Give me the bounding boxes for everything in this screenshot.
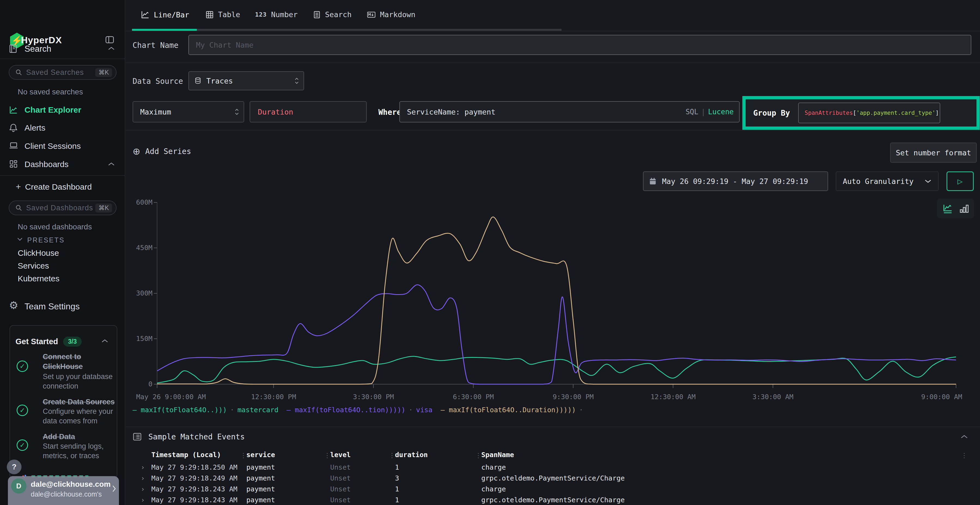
expand-chevron-icon[interactable]: ›	[141, 473, 145, 484]
tabs-underline-track	[132, 29, 562, 31]
data-source-select[interactable]: Traces	[188, 71, 304, 91]
tab-search[interactable]: Search	[313, 10, 352, 19]
table-menu-icon[interactable]: ⋮	[961, 452, 967, 459]
aggregation-value: Maximum	[140, 108, 171, 116]
tab-number[interactable]: 123 Number	[255, 10, 298, 19]
no-saved-searches-text: No saved searches	[18, 87, 83, 96]
get-started-item-title[interactable]: Add Data	[43, 432, 117, 441]
table-row[interactable]: › May 27 9:29:18.249 AM payment Unset 3 …	[126, 473, 980, 484]
tab-line-bar[interactable]: Line/Bar	[141, 10, 189, 19]
divider	[126, 130, 980, 130]
chevron-up-icon[interactable]	[108, 46, 115, 51]
database-icon	[194, 77, 202, 85]
no-saved-dashboards-text: No saved dashboards	[18, 222, 92, 231]
sidebar-item-alerts[interactable]: Alerts	[24, 123, 45, 132]
chart-name-input[interactable]: My Chart Name	[188, 35, 971, 55]
y-tick-label: 450M	[129, 243, 153, 252]
chevron-up-icon[interactable]	[960, 434, 968, 439]
plus-circle-icon: ⊕	[132, 146, 140, 157]
add-series-label: Add Series	[145, 147, 191, 156]
group-by-highlight: Group By SpanAttributes['app.payment.car…	[742, 96, 980, 130]
column-handle-icon[interactable]: ⋮	[240, 452, 247, 459]
sidebar-item-preset-kubernetes[interactable]: Kubernetes	[18, 274, 59, 283]
where-input[interactable]: ServiceName: payment SQL|Lucene	[399, 101, 740, 122]
help-button[interactable]: ?	[7, 460, 22, 474]
query-language-switch[interactable]: SQL|Lucene	[686, 108, 733, 116]
get-started-item-title[interactable]: Create Data Sources	[43, 397, 117, 407]
sidebar-item-chart-explorer[interactable]: Chart Explorer	[24, 105, 81, 114]
sidebar-collapse-icon[interactable]	[105, 36, 115, 44]
set-number-format-label: Set number format	[896, 149, 971, 157]
sidebar-item-team-settings[interactable]: Team Settings	[24, 302, 80, 311]
set-number-format-button[interactable]: Set number format	[890, 143, 977, 163]
expand-chevron-icon[interactable]: ›	[141, 495, 145, 505]
expand-chevron-icon[interactable]: ›	[141, 484, 145, 495]
tab-label: Line/Bar	[154, 11, 189, 19]
saved-searches-placeholder: Saved Searches	[26, 68, 84, 77]
chevron-up-icon[interactable]	[108, 162, 115, 166]
chart-plot-area[interactable]	[154, 202, 957, 392]
table-icon	[205, 11, 214, 19]
field-input[interactable]: Duration	[250, 101, 367, 122]
create-dashboard-button[interactable]: Create Dashboard	[25, 182, 92, 192]
aggregation-select[interactable]: Maximum	[132, 101, 244, 122]
sidebar-section-search[interactable]: Search	[24, 44, 51, 54]
cell-spanname: grpc.oteldemo.PaymentService/Charge	[481, 495, 625, 505]
user-menu[interactable]: D dale@clickhouse.com dale@clickhouse.co…	[8, 476, 119, 505]
col-header-spanname[interactable]: SpanName	[481, 449, 514, 461]
tab-markdown[interactable]: Markdown	[367, 10, 415, 19]
cell-timestamp: May 27 9:29:18.243 AM	[151, 484, 237, 495]
sample-events-header[interactable]: Sample Matched Events	[132, 432, 245, 441]
col-header-service[interactable]: service	[247, 449, 275, 461]
column-handle-icon[interactable]: ⋮	[475, 452, 482, 459]
user-secondary-text: dale@clickhouse.com's	[31, 490, 102, 498]
legend-item[interactable]: — maxIf(toFloat64O..tion)))))·visa	[286, 406, 433, 414]
chevron-down-icon	[924, 179, 932, 183]
column-handle-icon[interactable]: ⋮	[389, 452, 395, 459]
table-row[interactable]: › May 27 9:29:18.250 AM payment Unset 1 …	[126, 462, 980, 473]
legend-item[interactable]: — maxIf(toFloat64O..)))·mastercard	[132, 406, 278, 414]
y-tick-label: 0	[129, 380, 153, 389]
column-handle-icon[interactable]: ⋮	[324, 452, 331, 459]
sidebar-item-client-sessions[interactable]: Client Sessions	[24, 141, 81, 151]
col-header-timestamp[interactable]: Timestamp (Local)	[151, 449, 221, 461]
saved-dashboards-input[interactable]: Saved Dashboards ⌘K	[9, 200, 116, 215]
tab-table[interactable]: Table	[205, 10, 240, 19]
col-header-level[interactable]: level	[330, 449, 351, 461]
y-tick-label: 150M	[129, 334, 153, 343]
presets-section-label[interactable]: PRESETS	[27, 236, 65, 244]
sidebar-item-preset-services[interactable]: Services	[18, 261, 49, 270]
saved-searches-input[interactable]: Saved Searches ⌘K	[9, 65, 116, 80]
legend-item[interactable]: — maxIf(toFloat64O..Duration)))))·	[441, 406, 587, 414]
app-window: ⚡ HyperDX Search Saved Searches ⌘K No sa…	[0, 0, 980, 505]
add-series-button[interactable]: ⊕ Add Series	[132, 146, 191, 157]
active-tab-underline	[132, 29, 197, 31]
table-row[interactable]: › May 27 9:29:18.243 AM payment Unset 1 …	[126, 484, 980, 495]
expand-chevron-icon[interactable]: ›	[141, 462, 145, 473]
table-row[interactable]: › May 27 9:29:18.243 AM payment Unset 1 …	[126, 495, 980, 505]
laptop-icon	[9, 141, 18, 150]
cell-level: Unset	[330, 484, 351, 495]
lucene-option[interactable]: Lucene	[708, 108, 733, 116]
sql-option[interactable]: SQL	[686, 108, 698, 116]
cell-service: payment	[247, 484, 275, 495]
run-query-button[interactable]: ▷	[947, 172, 974, 191]
events-table: Timestamp (Local) ⋮ service ⋮ level ⋮ du…	[126, 449, 980, 505]
col-header-duration[interactable]: duration	[395, 449, 428, 461]
sidebar-item-preset-clickhouse[interactable]: ClickHouse	[18, 248, 59, 258]
get-started-item-title[interactable]: Connect to ClickHouse	[43, 352, 117, 372]
timeseries-chart[interactable]: 0150M300M450M600M May 26 9:00:00 AM12:30…	[126, 201, 980, 419]
avatar: D	[11, 478, 26, 494]
granularity-select[interactable]: Auto Granularity	[836, 172, 939, 191]
date-range-picker[interactable]: May 26 09:29:19 - May 27 09:29:19	[643, 172, 828, 191]
cell-level: Unset	[330, 462, 351, 473]
cell-duration: 3	[395, 473, 399, 484]
group-by-input[interactable]: SpanAttributes['app.payment.card_type']	[798, 103, 940, 123]
chart-legend[interactable]: — maxIf(toFloat64O..)))·mastercard— maxI…	[132, 406, 595, 414]
cell-level: Unset	[330, 473, 351, 484]
x-tick-label: 12:30:00 AM	[651, 393, 696, 401]
chevron-up-icon[interactable]	[101, 339, 108, 343]
chevron-down-icon[interactable]	[17, 237, 23, 241]
sidebar-item-dashboards[interactable]: Dashboards	[24, 160, 68, 169]
pipe-separator: |	[698, 108, 708, 116]
